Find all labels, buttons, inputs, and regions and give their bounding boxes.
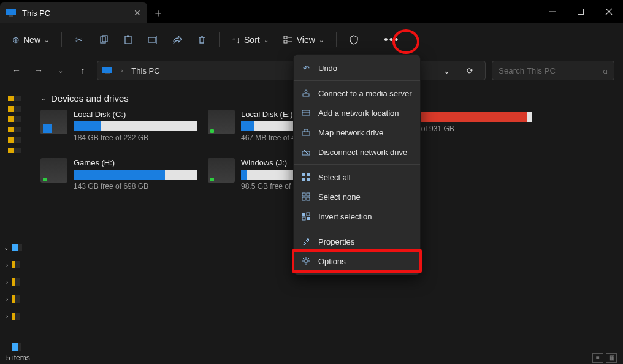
drive-icon [208, 110, 235, 134]
undo-icon: ↶ [301, 63, 311, 73]
minimize-button[interactable] [538, 0, 567, 23]
svg-rect-26 [307, 173, 310, 176]
menu-label: Connect to a media server [318, 89, 411, 98]
menu-label: Invert selection [318, 212, 372, 221]
tab-close-icon[interactable]: ✕ [134, 9, 141, 17]
trash-icon [197, 35, 207, 45]
tiles-view-button[interactable]: ▦ [606, 353, 617, 363]
paste-button[interactable] [117, 29, 139, 51]
nav-item[interactable] [0, 343, 29, 351]
refresh-icon: ⟳ [467, 66, 473, 75]
new-label: New [23, 35, 40, 45]
drive-item[interactable]: Local Disk (C:)184 GB free of 232 GB [40, 110, 197, 142]
nav-group-toggle[interactable]: › [0, 261, 29, 268]
scissors-icon: ✂ [75, 35, 83, 45]
maximize-button[interactable] [567, 0, 595, 23]
svg-rect-13 [284, 40, 287, 43]
tab-this-pc[interactable]: This PC ✕ [0, 2, 147, 23]
view-button[interactable]: View ⌄ [277, 29, 330, 51]
menu-map-network-drive[interactable]: Map network drive [294, 123, 420, 142]
new-tab-button[interactable]: ＋ [147, 2, 169, 23]
nav-item[interactable] [8, 148, 21, 153]
nav-group-toggle[interactable]: › [0, 313, 29, 320]
monitor-icon [102, 67, 112, 74]
back-button[interactable]: ← [9, 63, 25, 78]
menu-label: Select none [318, 192, 361, 202]
up-button[interactable]: ↑ [75, 63, 91, 78]
menu-disconnect-network-drive[interactable]: Disconnect network drive [294, 142, 420, 162]
more-options-button[interactable]: ••• [381, 29, 403, 51]
menu-add-network-location[interactable]: Add a network location [294, 103, 420, 123]
search-box[interactable]: ⌕ [492, 61, 614, 80]
nav-group-toggle[interactable]: › [0, 278, 29, 286]
group-title: Devices and drives [51, 93, 129, 104]
refresh-button[interactable]: ⟳ [459, 61, 480, 80]
svg-rect-18 [303, 94, 309, 96]
svg-line-44 [308, 258, 309, 259]
sort-button[interactable]: ↑↓ Sort ⌄ [226, 29, 275, 51]
rename-button[interactable] [142, 29, 164, 51]
share-button[interactable] [166, 29, 188, 51]
nav-group-toggle[interactable]: › [0, 295, 29, 303]
menu-connect-media[interactable]: Connect to a media server [294, 83, 420, 103]
search-icon: ⌕ [603, 66, 608, 75]
status-item-count: 5 items [6, 354, 30, 362]
svg-line-42 [303, 258, 304, 259]
ellipsis-icon: ••• [384, 34, 399, 47]
disconnect-drive-icon [301, 147, 311, 157]
details-view-button[interactable]: ≡ [592, 353, 603, 363]
delete-button[interactable] [191, 29, 213, 51]
breadcrumb[interactable]: This PC [131, 66, 159, 75]
navigation-pane[interactable]: ⌄ › › › › [0, 85, 29, 351]
svg-rect-34 [307, 213, 310, 216]
monitor-icon [6, 9, 16, 17]
sort-label: Sort [244, 35, 260, 45]
nav-item[interactable] [8, 127, 21, 132]
cut-button[interactable]: ✂ [68, 29, 90, 51]
menu-label: Options [318, 257, 346, 266]
copy-button[interactable] [93, 29, 115, 51]
drive-icon [40, 110, 67, 134]
clipboard-icon [123, 35, 133, 45]
svg-rect-25 [302, 173, 305, 176]
svg-rect-17 [105, 73, 110, 74]
nav-item[interactable] [8, 96, 21, 101]
address-bar[interactable]: › This PC ⌄ ⟳ [97, 61, 486, 80]
drive-free-text: 143 GB free of 698 GB [74, 182, 197, 191]
address-dropdown-button[interactable]: ⌄ [436, 61, 457, 80]
drive-free-text: ree of 931 GB [408, 124, 532, 133]
details-icon: ≡ [596, 354, 600, 361]
share-icon [172, 35, 182, 45]
new-icon: ⊕ [12, 35, 20, 45]
nav-item[interactable] [8, 106, 21, 112]
separator [336, 32, 337, 47]
shield-icon [349, 35, 359, 45]
close-button[interactable] [595, 0, 623, 23]
svg-rect-28 [307, 178, 310, 181]
menu-undo[interactable]: ↶ Undo [294, 58, 420, 78]
recent-locations-button[interactable]: ⌄ [53, 63, 69, 78]
new-button[interactable]: ⊕ New ⌄ [6, 29, 55, 51]
menu-select-none[interactable]: Select none [294, 187, 420, 207]
menu-separator [294, 80, 420, 81]
svg-rect-1 [9, 15, 13, 17]
forward-button[interactable]: → [31, 63, 47, 78]
wrench-icon [301, 237, 311, 246]
svg-rect-27 [302, 178, 305, 181]
extra-tool-button[interactable] [343, 29, 365, 51]
separator [61, 32, 62, 47]
nav-item[interactable] [8, 137, 21, 143]
menu-select-all[interactable]: Select all [294, 167, 420, 187]
menu-properties[interactable]: Properties [294, 232, 420, 251]
drive-icon [40, 158, 67, 183]
status-bar: 5 items ≡ ▦ [0, 351, 623, 364]
rename-icon [148, 35, 158, 45]
svg-rect-0 [6, 9, 16, 15]
menu-options[interactable]: Options [294, 251, 420, 271]
search-input[interactable] [499, 66, 591, 75]
menu-invert-selection[interactable]: Invert selection [294, 207, 420, 226]
nav-group-toggle[interactable]: ⌄ [0, 244, 29, 251]
nav-item[interactable] [8, 116, 21, 122]
menu-label: Map network drive [318, 128, 383, 137]
drive-item[interactable]: Games (H:)143 GB free of 698 GB [40, 158, 197, 191]
